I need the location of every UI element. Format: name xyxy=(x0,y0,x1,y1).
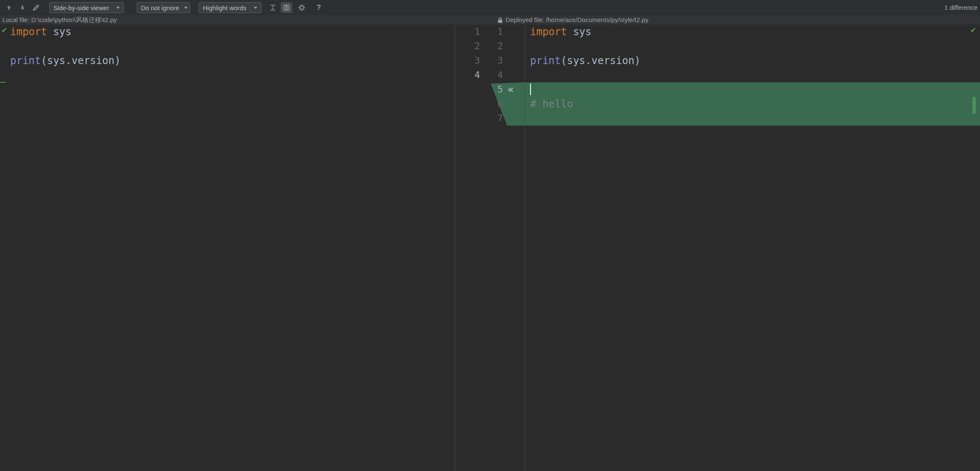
inspections-ok-icon: ✔ xyxy=(970,26,976,34)
code-line-5[interactable] xyxy=(525,82,980,97)
local-file-path: Local file: D:\code\python\风格迁移\t2.py xyxy=(3,15,117,25)
gutter-row: 22 xyxy=(455,39,525,53)
settings-button[interactable] xyxy=(296,3,307,13)
previous-difference-button[interactable] xyxy=(3,3,14,13)
highlight-mode-select[interactable]: Highlight words xyxy=(199,2,261,13)
gutter-row: 11 xyxy=(455,25,525,39)
sync-scroll-toggle[interactable] xyxy=(281,3,292,13)
question-mark-icon: ? xyxy=(317,3,321,12)
code-line-1[interactable]: import sys xyxy=(0,25,455,39)
collapse-unchanged-button[interactable] xyxy=(267,3,278,13)
diff-editor-area: import sysprint(sys.version) 112233445«6… xyxy=(0,25,980,471)
gutter-spacer xyxy=(504,68,525,82)
left-line-number xyxy=(455,111,481,126)
left-line-number: 3 xyxy=(455,53,481,68)
left-editor[interactable]: import sysprint(sys.version) xyxy=(0,25,455,471)
diff-gutter: 112233445«67 xyxy=(455,25,525,471)
code-line-4[interactable] xyxy=(0,68,455,82)
left-line-number: 1 xyxy=(455,25,481,39)
viewer-mode-label: Side-by-side viewer xyxy=(53,4,109,11)
code-token: sys xyxy=(47,26,72,38)
ignore-policy-label: Do not ignore xyxy=(141,4,179,11)
diff-toolbar: Side-by-side viewer Do not ignore Highli… xyxy=(0,0,980,15)
right-line-number: 4 xyxy=(481,68,504,82)
right-line-number: 2 xyxy=(481,39,504,53)
ignore-policy-select[interactable]: Do not ignore xyxy=(137,2,190,13)
gutter-spacer xyxy=(504,25,525,39)
gutter-row: 7 xyxy=(455,111,525,126)
code-line-7[interactable] xyxy=(525,111,980,126)
gutter-spacer xyxy=(504,111,525,126)
code-token: print xyxy=(10,55,41,67)
left-change-marker xyxy=(0,82,6,83)
right-line-number: 1 xyxy=(481,25,504,39)
code-line-2[interactable] xyxy=(0,39,455,53)
help-button[interactable]: ? xyxy=(313,3,324,13)
right-line-number: 6 xyxy=(481,97,504,111)
right-line-number: 3 xyxy=(481,53,504,68)
code-line-1[interactable]: import sys xyxy=(525,25,980,39)
code-token: sys xyxy=(567,26,592,38)
left-line-number xyxy=(455,97,481,111)
left-line-number xyxy=(455,82,481,97)
gutter-row: 44 xyxy=(455,68,525,82)
chevron-down-icon xyxy=(184,7,188,9)
code-token: import xyxy=(530,26,567,38)
apply-change-chevron-icon[interactable]: « xyxy=(504,82,525,97)
columns-icon xyxy=(283,4,290,11)
code-token: import xyxy=(10,26,47,38)
chevron-down-icon xyxy=(116,7,120,9)
left-line-number: 4 xyxy=(455,68,481,82)
code-token: (sys.version) xyxy=(41,55,121,67)
down-arrow-icon xyxy=(20,5,25,11)
scrollbar-change-marker[interactable] xyxy=(972,97,976,114)
code-line-3[interactable]: print(sys.version) xyxy=(525,53,980,68)
difference-count: 1 difference xyxy=(944,0,977,15)
left-gutter-border xyxy=(455,25,455,471)
up-arrow-icon xyxy=(6,5,12,11)
gutter-spacer xyxy=(504,53,525,68)
next-difference-button[interactable] xyxy=(17,3,28,13)
chevron-down-icon xyxy=(254,7,257,9)
code-token: (sys.version) xyxy=(561,55,640,67)
collapse-unchanged-icon xyxy=(270,4,276,11)
text-cursor xyxy=(530,84,531,95)
code-line-2[interactable] xyxy=(525,39,980,53)
deployed-file-path: Deployed file: /home/ace/Documents/py/st… xyxy=(505,15,649,25)
pencil-icon xyxy=(33,4,39,11)
lock-icon xyxy=(497,17,503,23)
inspections-ok-icon: ✔ xyxy=(1,26,7,34)
gutter-spacer xyxy=(504,39,525,53)
code-line-3[interactable]: print(sys.version) xyxy=(0,53,455,68)
gutter-row: 5« xyxy=(455,82,525,97)
viewer-mode-select[interactable]: Side-by-side viewer xyxy=(49,2,124,13)
right-line-number: 5 xyxy=(481,82,504,97)
highlight-mode-label: Highlight words xyxy=(203,4,247,11)
gutter-row: 6 xyxy=(455,97,525,111)
right-gutter-border xyxy=(525,25,525,471)
code-line-4[interactable] xyxy=(525,68,980,82)
file-header-bar: Local file: D:\code\python\风格迁移\t2.py De… xyxy=(0,15,980,25)
code-token: print xyxy=(530,55,561,67)
deployed-file-header: Deployed file: /home/ace/Documents/py/st… xyxy=(497,15,649,25)
code-line-6[interactable]: # hello xyxy=(525,97,980,111)
right-editor[interactable]: import sysprint(sys.version)# hello xyxy=(525,25,980,471)
gear-icon xyxy=(298,4,306,11)
right-line-number: 7 xyxy=(481,111,504,126)
code-token: # hello xyxy=(530,98,573,110)
gutter-spacer xyxy=(504,97,525,111)
gutter-row: 33 xyxy=(455,53,525,68)
edit-file-button[interactable] xyxy=(31,3,42,13)
left-line-number: 2 xyxy=(455,39,481,53)
